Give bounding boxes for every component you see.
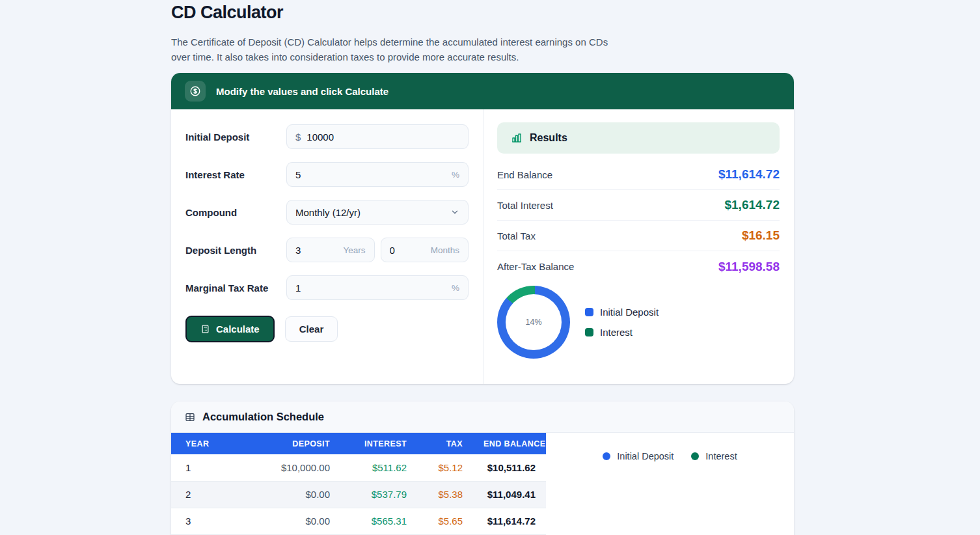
calculator-icon xyxy=(200,324,210,334)
marginal-tax-rate-field[interactable]: % xyxy=(286,275,469,300)
column-header-year: YEAR xyxy=(171,433,228,454)
result-value: $11,598.58 xyxy=(718,260,780,274)
bar-chart-icon xyxy=(511,132,523,144)
banner-text: Modify the values and click Calculate xyxy=(216,86,388,97)
interest-rate-input[interactable] xyxy=(295,169,446,180)
cell-year: 2 xyxy=(171,481,228,508)
legend-item-initial-deposit: Initial Deposit xyxy=(585,307,659,318)
result-label: Total Tax xyxy=(497,230,536,241)
column-header-end-balance: END BALANCE xyxy=(473,433,546,454)
schedule-title: Accumulation Schedule xyxy=(202,411,324,423)
result-value: $16.15 xyxy=(742,228,780,243)
column-header-deposit: DEPOSIT xyxy=(228,433,340,454)
legend-label: Interest xyxy=(705,451,737,461)
donut-chart: 14% xyxy=(497,286,570,359)
cell-end-balance: $11,049.41 xyxy=(473,481,546,508)
page-title: CD Calculator xyxy=(171,0,794,23)
schedule-chart-area: Initial Deposit Interest xyxy=(546,433,794,461)
calculator-banner: Modify the values and click Calculate xyxy=(171,73,794,109)
donut-center-label: 14% xyxy=(525,318,541,327)
cell-year: 1 xyxy=(171,454,228,481)
schedule-header: Accumulation Schedule xyxy=(171,402,794,433)
table-row: 2 $0.00 $537.79 $5.38 $11,049.41 xyxy=(171,481,546,508)
result-label: After-Tax Balance xyxy=(497,261,574,272)
result-row-end-balance: End Balance $11,614.72 xyxy=(497,159,780,190)
donut-legend: Initial Deposit Interest xyxy=(585,307,659,338)
result-row-total-tax: Total Tax $16.15 xyxy=(497,221,780,251)
interest-rate-label: Interest Rate xyxy=(185,169,286,180)
cell-end-balance: $10,511.62 xyxy=(473,454,546,481)
schedule-chart-legend: Initial Deposit Interest xyxy=(603,451,737,461)
initial-deposit-field[interactable]: $ xyxy=(286,124,469,149)
percent-suffix: % xyxy=(452,170,459,180)
deposit-length-months-input[interactable] xyxy=(390,245,426,256)
legend-item-interest: Interest xyxy=(691,451,737,461)
cell-deposit: $0.00 xyxy=(228,481,340,508)
table-row: 3 $0.00 $565.31 $5.65 $11,614.72 xyxy=(171,508,546,534)
result-value: $1,614.72 xyxy=(724,198,780,212)
legend-label: Initial Deposit xyxy=(617,451,674,461)
legend-label: Interest xyxy=(600,327,633,338)
deposit-length-years-field[interactable]: Years xyxy=(286,238,375,262)
result-row-after-tax-balance: After-Tax Balance $11,598.58 xyxy=(497,251,780,282)
cell-year: 3 xyxy=(171,508,228,534)
compound-select[interactable]: Monthly (12/yr) xyxy=(286,200,469,225)
legend-item-initial-deposit: Initial Deposit xyxy=(603,451,674,461)
percent-suffix: % xyxy=(452,283,459,293)
cell-deposit: $10,000.00 xyxy=(228,454,340,481)
result-label: Total Interest xyxy=(497,200,553,211)
cell-tax: $5.38 xyxy=(417,481,473,508)
clear-button[interactable]: Clear xyxy=(285,316,338,342)
page-container: CD Calculator The Certificate of Deposit… xyxy=(171,0,794,65)
years-suffix: Years xyxy=(343,245,365,255)
deposit-length-label: Deposit Length xyxy=(185,245,286,256)
cell-tax: $5.65 xyxy=(417,508,473,534)
initial-deposit-label: Initial Deposit xyxy=(185,131,286,143)
deposit-length-months-field[interactable]: Months xyxy=(381,238,469,262)
dollar-prefix: $ xyxy=(295,131,301,143)
cell-deposit: $0.00 xyxy=(228,508,340,534)
cell-end-balance: $11,614.72 xyxy=(473,508,546,534)
result-value: $11,614.72 xyxy=(718,167,780,182)
column-header-interest: INTEREST xyxy=(340,433,417,454)
calculator-form: Initial Deposit $ Interest Rate % Compou… xyxy=(171,109,483,384)
compound-label: Compound xyxy=(185,207,286,218)
legend-label: Initial Deposit xyxy=(600,307,659,318)
result-label: End Balance xyxy=(497,169,552,180)
page-description: The Certificate of Deposit (CD) Calculat… xyxy=(171,35,614,65)
legend-item-interest: Interest xyxy=(585,327,659,338)
result-row-total-interest: Total Interest $1,614.72 xyxy=(497,190,780,221)
cell-interest: $537.79 xyxy=(340,481,417,508)
dollar-circle-icon xyxy=(185,81,206,102)
legend-swatch xyxy=(585,308,593,316)
results-donut-section: 14% Initial Deposit Interest xyxy=(497,286,780,359)
table-row: 1 $10,000.00 $511.62 $5.12 $10,511.62 xyxy=(171,454,546,481)
accumulation-schedule-card: Accumulation Schedule YEAR DEPOSIT INTER… xyxy=(171,402,794,535)
legend-swatch xyxy=(603,452,610,460)
calculator-card: Modify the values and click Calculate In… xyxy=(171,73,794,384)
legend-swatch xyxy=(585,328,593,336)
marginal-tax-rate-input[interactable] xyxy=(295,282,446,294)
calculate-button[interactable]: Calculate xyxy=(185,316,275,342)
cell-interest: $511.62 xyxy=(340,454,417,481)
months-suffix: Months xyxy=(431,245,459,255)
deposit-length-years-input[interactable] xyxy=(295,245,338,256)
results-title: Results xyxy=(530,132,567,144)
marginal-tax-rate-label: Marginal Tax Rate xyxy=(185,282,286,294)
results-panel: Results End Balance $11,614.72 Total Int… xyxy=(483,109,794,384)
interest-rate-field[interactable]: % xyxy=(286,162,469,187)
compound-selected-value: Monthly (12/yr) xyxy=(295,207,361,218)
initial-deposit-input[interactable] xyxy=(306,131,459,143)
results-header: Results xyxy=(497,122,780,154)
legend-swatch xyxy=(691,452,699,460)
accumulation-table: YEAR DEPOSIT INTEREST TAX END BALANCE 1 … xyxy=(171,433,546,535)
clear-button-label: Clear xyxy=(299,323,324,335)
column-header-tax: TAX xyxy=(417,433,473,454)
cell-interest: $565.31 xyxy=(340,508,417,534)
calculate-button-label: Calculate xyxy=(216,323,260,335)
table-icon xyxy=(185,412,195,422)
cell-tax: $5.12 xyxy=(417,454,473,481)
table-header-row: YEAR DEPOSIT INTEREST TAX END BALANCE xyxy=(171,433,546,454)
chevron-down-icon xyxy=(450,208,459,217)
